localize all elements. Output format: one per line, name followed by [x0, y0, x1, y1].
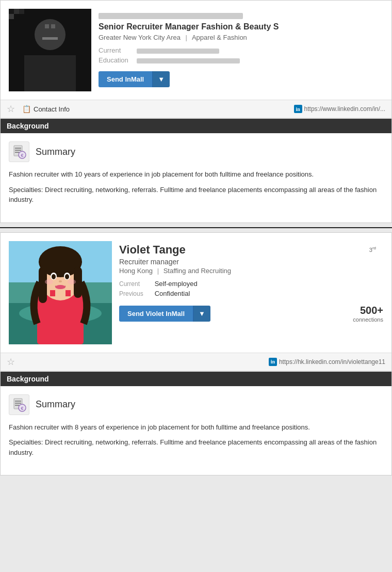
profile-title-1: Senior Recruiter Manager Fashion & Beaut… — [99, 22, 383, 31]
toolbar-1: ☆ 📋 Contact Info in https://www.linkedin… — [1, 100, 391, 118]
profile-location-1: Greater New York City Area — [99, 34, 181, 41]
avatar-photo-2 — [9, 241, 112, 344]
connections-count-2: 500+ connections — [353, 305, 383, 323]
profile-location-industry-1: Greater New York City Area | Apparel & F… — [99, 34, 383, 41]
inmail-button-1[interactable]: Send InMall — [99, 71, 152, 87]
profile-header-2: 3rd Violet Tange Recruiter manager Hong … — [1, 233, 391, 353]
svg-rect-39 — [15, 403, 21, 404]
linkedin-icon-1: in — [294, 105, 302, 113]
linkedin-url-2: in https://hk.linkedin.com/in/violettang… — [269, 358, 385, 366]
summary-heading-1: Summary — [36, 147, 75, 157]
linkedin-url-text-2: https://hk.linkedin.com/in/violettange11 — [279, 358, 385, 366]
summary-heading-2: Summary — [36, 399, 75, 410]
avatar-1 — [9, 9, 91, 91]
svg-rect-36 — [66, 290, 71, 296]
background-header-2: Background — [1, 372, 391, 386]
svg-rect-14 — [15, 152, 19, 153]
background-label-1: Background — [7, 122, 49, 130]
summary-icon-2: € — [9, 394, 29, 415]
linkedin-url-1: in https://www.linkedin.com/in/... — [294, 105, 385, 113]
document-icon-1: € — [12, 145, 26, 159]
separator-2: | — [157, 267, 159, 275]
profile-card-2: 3rd Violet Tange Recruiter manager Hong … — [0, 232, 392, 476]
connections-number-2: 500+ — [360, 305, 383, 316]
background-label-2: Background — [7, 375, 49, 383]
summary-text2-2: Specialties: Direct recruiting, networki… — [9, 437, 383, 457]
divider — [0, 227, 392, 228]
profile-info-2: 3rd Violet Tange Recruiter manager Hong … — [119, 241, 383, 323]
inmail-dropdown-1[interactable]: ▼ — [152, 71, 170, 87]
background-section-1: Background € Summary Fashion recruiter w… — [1, 118, 391, 223]
action-bar-2: Send Violet InMall ▼ 500+ connections — [119, 305, 383, 323]
linkedin-url-text-1: https://www.linkedin.com/in/... — [304, 105, 385, 113]
connections-label-2: connections — [353, 316, 383, 323]
previous-value-2: Confidential — [155, 290, 190, 297]
profile-industry-1: Apparel & Fashion — [192, 34, 247, 41]
contact-icon-1: 📋 — [22, 105, 31, 113]
education-value-blurred-1 — [137, 58, 240, 63]
svg-point-31 — [59, 280, 62, 282]
profile-card-1: Senior Recruiter Manager Fashion & Beaut… — [0, 0, 392, 223]
svg-rect-35 — [50, 290, 55, 296]
summary-section-1: € Summary Fashion recruiter with 10 year… — [1, 133, 391, 223]
summary-title-row-2: € Summary — [9, 394, 383, 415]
svg-text:€: € — [21, 153, 23, 158]
svg-rect-12 — [15, 148, 21, 149]
star-icon-1[interactable]: ☆ — [7, 103, 15, 115]
separator-1: | — [186, 34, 187, 41]
summary-text2-1: Specialties: Direct recruiting, networki… — [9, 185, 383, 205]
profile-industry-2: Staffing and Recruiting — [164, 267, 231, 275]
current-value-2: Self-employed — [155, 280, 198, 288]
summary-title-row-1: € Summary — [9, 141, 383, 162]
svg-rect-40 — [15, 405, 19, 406]
action-bar-1: Send InMall ▼ — [99, 71, 383, 87]
connection-badge-2: 3rd — [369, 246, 376, 253]
svg-point-34 — [68, 279, 76, 284]
profile-name-blurred-1 — [99, 13, 243, 19]
profile-meta-current-1: Current — [99, 46, 383, 54]
contact-info-button-1[interactable]: 📋 Contact Info — [20, 104, 72, 114]
profile-job-title-2: Recruiter manager — [119, 258, 383, 266]
summary-text1-1: Fashion recruiter with 10 years of exper… — [9, 169, 383, 180]
background-header-1: Background — [1, 119, 391, 133]
svg-point-32 — [55, 285, 66, 289]
connection-degree-2: 3rd — [369, 247, 376, 253]
toolbar-2: ☆ in https://hk.linkedin.com/in/violetta… — [1, 353, 391, 371]
profile-location-2: Hong Kong — [119, 267, 153, 275]
summary-icon-1: € — [9, 141, 29, 162]
avatar-svg-1 — [9, 9, 91, 91]
svg-point-33 — [45, 279, 53, 284]
profile-meta-previous-2: Previous Confidential — [119, 290, 383, 297]
inmail-dropdown-2[interactable]: ▼ — [193, 306, 210, 322]
svg-text:€: € — [21, 406, 23, 411]
svg-point-30 — [65, 274, 69, 279]
background-section-2: Background € Summary Fashion recruiter w… — [1, 371, 391, 475]
profile-location-industry-2: Hong Kong | Staffing and Recruiting — [119, 267, 383, 275]
education-label-1: Education — [99, 56, 135, 64]
profile-meta-education-1: Education — [99, 56, 383, 64]
summary-section-2: € Summary Fashion recruiter with 8 years… — [1, 386, 391, 475]
profile-header-1: Senior Recruiter Manager Fashion & Beaut… — [1, 1, 391, 100]
current-value-blurred-1 — [137, 49, 219, 54]
linkedin-icon-2: in — [269, 358, 277, 366]
avatar-svg-2 — [9, 241, 112, 344]
inmail-button-2[interactable]: Send Violet InMall — [119, 306, 193, 322]
previous-label-2: Previous — [119, 290, 153, 297]
star-icon-2[interactable]: ☆ — [7, 356, 15, 368]
svg-rect-13 — [15, 150, 21, 151]
document-icon-2: € — [12, 398, 26, 412]
profile-info-1: Senior Recruiter Manager Fashion & Beaut… — [99, 9, 383, 87]
current-label-1: Current — [99, 46, 135, 54]
svg-point-29 — [52, 274, 56, 279]
profile-name-2: Violet Tange — [119, 243, 383, 257]
profile-meta-current-2: Current Self-employed — [119, 280, 383, 288]
contact-info-label-1: Contact Info — [34, 105, 70, 113]
current-label-2: Current — [119, 280, 153, 288]
svg-rect-38 — [15, 401, 21, 402]
svg-rect-10 — [9, 9, 91, 91]
summary-text1-2: Fashion recruiter with 8 years of experi… — [9, 422, 383, 433]
